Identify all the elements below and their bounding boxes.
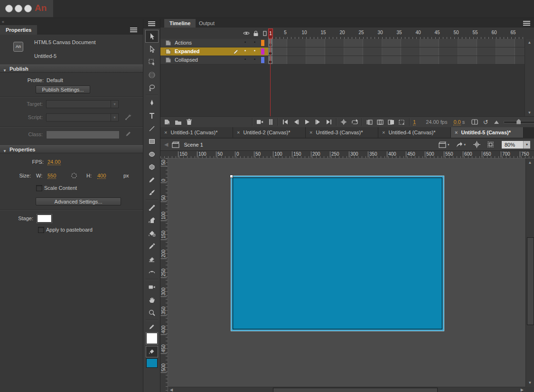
layer-name[interactable]: Actions [175, 40, 192, 46]
toolbar-menu-icon[interactable] [148, 21, 155, 27]
tab-timeline[interactable]: Timeline [164, 19, 196, 28]
vertical-scrollbar[interactable]: ▲ ▼ [525, 159, 534, 387]
publish-section-header[interactable]: ▼ Publish [0, 65, 143, 73]
layer-visibility-dot[interactable]: • [244, 40, 246, 45]
section-collapse-icon[interactable]: ▼ [3, 148, 7, 155]
scroll-up-icon[interactable]: ▲ [526, 160, 534, 165]
layer-row-actions[interactable]: Actions • • [160, 39, 525, 47]
canvas-pasteboard[interactable] [168, 159, 525, 387]
document-tab[interactable]: ×Untitled-1 (Canvas)* [160, 127, 233, 138]
layer-outline-color-chip[interactable] [261, 48, 264, 55]
timeline-zoom-slider-thumb[interactable] [516, 119, 521, 124]
rectangle-tool[interactable] [145, 135, 159, 148]
layer-frames[interactable] [268, 47, 525, 56]
panel-collapse-strip[interactable]: « [0, 19, 143, 25]
eyedropper-tool[interactable] [145, 240, 159, 252]
collapse-panel-icon[interactable]: « [2, 19, 4, 24]
bone-tool[interactable] [145, 201, 159, 214]
stage-color-swatch[interactable] [37, 215, 52, 223]
tab-output[interactable]: Output [194, 19, 220, 28]
hand-tool[interactable] [145, 293, 159, 306]
stroke-color-swatch[interactable] [146, 333, 158, 344]
step-back-button[interactable] [292, 118, 300, 126]
layer-frames[interactable] [268, 56, 525, 64]
play-button[interactable] [303, 118, 311, 126]
layer-outline-color-chip[interactable] [261, 57, 264, 63]
new-folder-button[interactable] [174, 118, 182, 126]
section-collapse-icon[interactable]: ▼ [3, 67, 7, 75]
height-value[interactable]: 400 [97, 173, 106, 179]
scale-content-checkbox[interactable] [36, 185, 42, 191]
brush-tool[interactable] [145, 186, 159, 199]
selection-anchor-handle[interactable] [230, 175, 233, 178]
timeline-vertical-scrollbar[interactable]: ▲ ▼ [525, 39, 534, 116]
timeline-frame-ruler[interactable]: 1 5 10 15 20 25 30 35 40 45 50 55 60 65 [160, 28, 534, 39]
vertical-scrollbar-thumb[interactable] [527, 237, 534, 325]
fill-color-swatch[interactable] [146, 358, 158, 368]
layer-lock-dot[interactable]: • [254, 48, 255, 53]
close-icon[interactable]: × [309, 130, 312, 135]
delete-layer-button[interactable] [185, 118, 193, 126]
oval-tool[interactable] [145, 148, 159, 160]
new-layer-button[interactable] [163, 118, 171, 126]
layer-name[interactable]: Expanded [175, 48, 200, 54]
show-hide-all-layers-eye-icon[interactable] [243, 30, 250, 36]
close-icon[interactable]: × [455, 130, 458, 135]
tab-properties[interactable]: Properties [0, 25, 37, 35]
timeline-menu-icon[interactable] [523, 21, 530, 26]
layer-lock-dot[interactable]: • [254, 40, 255, 45]
text-tool[interactable] [145, 109, 159, 122]
edit-symbols-button[interactable]: ▾ [456, 141, 466, 148]
add-camera-button[interactable] [256, 118, 263, 126]
close-window-button[interactable] [5, 5, 13, 12]
document-tab[interactable]: ×Untitled-4 (Canvas)* [378, 127, 451, 138]
scroll-right-icon[interactable]: ▶ [521, 388, 524, 392]
horizontal-scrollbar[interactable]: ◀ ▶ [168, 387, 525, 392]
frame-rate-value[interactable]: 24.00 fps [426, 119, 447, 125]
line-tool[interactable] [145, 122, 159, 135]
layer-row-expanded[interactable]: Expanded • • [160, 47, 525, 56]
modify-markers-button[interactable] [398, 118, 406, 126]
fill-color-bucket-icon[interactable] [146, 346, 158, 357]
layer-frames[interactable] [268, 39, 525, 47]
horizontal-scrollbar-thumb[interactable] [273, 388, 438, 392]
polystar-tool[interactable] [145, 160, 159, 173]
width-value[interactable]: 550 [47, 173, 56, 179]
timeline-zoom-slider[interactable] [504, 121, 534, 123]
ink-bottle-tool[interactable] [145, 214, 159, 227]
scroll-up-icon[interactable]: ▲ [525, 40, 534, 45]
link-broken-icon[interactable] [70, 172, 78, 179]
panel-menu-icon[interactable] [130, 28, 137, 33]
fps-value[interactable]: 24.00 [47, 159, 61, 165]
scroll-down-icon[interactable]: ▼ [525, 111, 534, 115]
show-layer-depth-button[interactable] [267, 118, 274, 126]
go-to-last-frame-button[interactable] [325, 118, 333, 126]
center-frame-button[interactable] [340, 118, 347, 126]
go-to-first-frame-button[interactable] [281, 118, 289, 126]
advanced-settings-button[interactable]: Advanced Settings... [36, 197, 121, 205]
stage-selected-object[interactable] [231, 176, 444, 331]
paint-bucket-tool[interactable] [145, 227, 159, 240]
loop-playback-button[interactable] [351, 118, 358, 126]
show-layers-as-outlines-icon[interactable] [263, 31, 267, 36]
layer-name[interactable]: Collapsed [175, 57, 198, 63]
camera-tool[interactable] [145, 280, 159, 293]
close-icon[interactable]: × [164, 130, 167, 135]
stage-fill[interactable] [233, 177, 442, 329]
document-tab[interactable]: ×Untitled-3 (Canvas)* [306, 127, 378, 138]
width-tool[interactable] [145, 265, 159, 278]
zoom-window-button[interactable] [24, 5, 32, 12]
document-tab-active[interactable]: ×Untitled-5 (Canvas)* [451, 127, 524, 138]
layer-lock-dot[interactable]: • [254, 57, 255, 62]
pen-tool[interactable] [145, 96, 159, 109]
lasso-tool[interactable] [145, 81, 159, 94]
onion-skin-button[interactable] [365, 118, 373, 126]
clip-content-button[interactable] [487, 141, 494, 148]
reset-timeline-zoom-button[interactable]: ↺ [482, 118, 489, 126]
back-arrow-icon[interactable]: ◀ [164, 141, 168, 148]
close-icon[interactable]: × [382, 130, 385, 135]
zoom-out-timeline-button[interactable] [493, 118, 500, 126]
step-forward-button[interactable] [314, 118, 322, 126]
properties-section-header[interactable]: ▼ Properties [0, 145, 143, 153]
scroll-left-icon[interactable]: ◀ [170, 388, 173, 392]
